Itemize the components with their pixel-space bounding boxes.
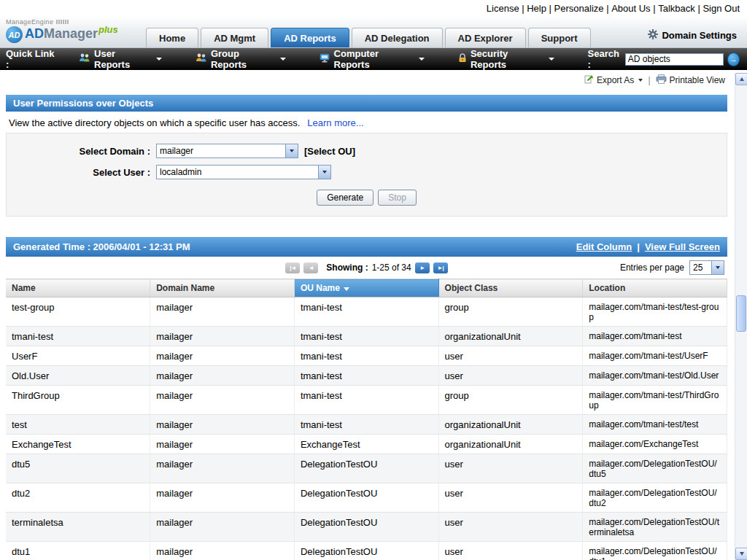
chevron-down-icon [419,58,425,61]
admanager-logo: ManageEngine AD AD Manager plus [6,18,118,43]
cell-name: dtu5 [6,454,150,483]
export-as-button[interactable]: Export As [584,74,643,86]
table-row: testmailagertmani-testorganizationalUnit… [6,415,727,435]
cell-name: dtu2 [6,483,150,513]
cell-domain: mailager [150,483,295,513]
help-link[interactable]: Help [527,3,554,14]
cell-class: user [438,542,583,560]
license-link[interactable]: License [487,3,527,14]
column-header-name[interactable]: Name [6,279,150,298]
cell-class: user [438,513,583,542]
cell-domain: mailager [150,346,295,366]
showing-range: 1-25 of 34 [372,262,411,273]
sort-desc-icon [344,287,349,291]
sign-out-link[interactable]: Sign Out [703,3,740,14]
search-label: Search : [588,48,622,70]
report-description: View the active directory objects on whi… [9,117,300,128]
printable-view-button[interactable]: Printable View [656,74,726,86]
cell-ou: tmani-test [294,386,438,415]
personalize-link[interactable]: Personalize [554,3,612,14]
printable-view-label: Printable View [670,75,726,85]
learn-more-link[interactable]: Learn more... [307,117,363,128]
computer-reports-icon [320,53,330,65]
generate-button[interactable]: Generate [317,190,374,206]
tab-support[interactable]: Support [528,28,591,47]
report-title-bar: User Permissions over Objects [6,95,727,112]
cell-domain: mailager [150,454,295,483]
table-row: dtu2mailagerDelegationTestOUusermailager… [6,483,727,513]
cell-location: mailager.com/tmani-test/Old.User [583,366,727,386]
domain-settings-button[interactable]: Domain Settings [648,29,737,42]
group-reports-menu[interactable]: Group Reports [196,48,286,70]
search-input[interactable] [625,53,724,66]
cell-domain: mailager [150,513,295,542]
select-domain-label: Select Domain : [7,146,156,157]
cell-ou: DelegationTestOU [294,542,438,560]
report-description-row: View the active directory objects on whi… [6,112,727,133]
cell-ou: tmani-test [294,415,438,435]
user-reports-menu[interactable]: User Reports [79,48,162,70]
security-reports-menu[interactable]: Security Reports [458,48,554,70]
cell-domain: mailager [150,435,295,454]
about-us-link[interactable]: About Us [611,3,658,14]
column-header-domain-name[interactable]: Domain Name [150,279,295,298]
dropdown-arrow-icon [711,261,724,274]
tab-ad-mgmt[interactable]: AD Mgmt [201,28,268,47]
cell-location: mailager.com/tmani-test [583,327,727,346]
table-row: Old.Usermailagertmani-testusermailager.c… [6,366,727,386]
cell-ou: DelegationTestOU [294,483,438,513]
chevron-down-icon [156,58,162,61]
cell-domain: mailager [150,542,295,560]
cell-name: terminaletsa [6,513,150,542]
entries-per-page-label: Entries per page [620,262,684,273]
column-header-location[interactable]: Location [583,279,727,298]
scroll-down-icon[interactable] [735,548,747,560]
next-page-button[interactable]: ► [415,262,430,273]
dropdown-arrow-icon [285,144,298,158]
cell-class: user [438,454,583,483]
last-page-button[interactable]: ►| [433,262,448,273]
search-go-icon[interactable]: → [727,52,740,66]
computer-reports-menu[interactable]: Computer Reports [320,48,425,70]
entries-per-page-select[interactable]: 25 [689,260,724,275]
vertical-scrollbar[interactable] [735,73,747,560]
column-header-object-class[interactable]: Object Class [438,279,583,298]
select-ou-link[interactable]: [Select OU] [304,146,355,157]
cell-name: test [6,415,150,435]
chevron-down-icon [638,79,643,82]
tab-ad-explorer[interactable]: AD Explorer [445,28,526,47]
domain-select[interactable]: mailager [156,144,298,158]
security-reports-icon [458,53,467,65]
showing-label: Showing : [326,262,368,273]
edit-column-link[interactable]: Edit Column [576,241,632,252]
tab-ad-delegation[interactable]: AD Delegation [352,28,443,47]
talkback-link[interactable]: Talkback [658,3,703,14]
quick-link-label: Quick Link : [6,48,58,70]
table-row: UserFmailagertmani-testusermailager.com/… [6,346,727,366]
search-area: Search : → [588,48,740,70]
cell-location: mailager.com/DelegationTestOU/dtu1 [583,542,727,560]
table-row: dtu5mailagerDelegationTestOUusermailager… [6,454,727,483]
tab-home[interactable]: Home [146,28,198,47]
table-row: test-groupmailagertmani-testgroupmailage… [6,298,727,327]
cell-ou: ExchangeTest [294,435,438,454]
table-row: ThirdGroupmailagertmani-testgroupmailage… [6,386,727,415]
scrollbar-thumb[interactable] [736,295,746,332]
table-row: tmani-testmailagertmani-testorganization… [6,327,727,346]
tab-ad-reports[interactable]: AD Reports [271,28,349,47]
table-header-row: Name Domain Name OU Name Object Class Lo… [6,279,727,298]
user-reports-label: User Reports [94,48,151,70]
cell-class: user [438,483,583,513]
cell-class: group [438,298,583,327]
user-select[interactable]: localadmin [156,165,331,179]
column-header-ou-name[interactable]: OU Name [294,279,438,298]
view-full-screen-link[interactable]: View Full Screen [645,241,720,252]
cell-location: mailager.com/ExchangeTest [583,435,727,454]
scroll-up-icon[interactable] [735,73,747,85]
cell-ou: tmani-test [294,346,438,366]
select-domain-row: Select Domain : mailager [Select OU] [7,144,727,158]
table-row: terminaletsamailagerDelegationTestOUuser… [6,513,727,542]
cell-ou: DelegationTestOU [294,513,438,542]
logo-plus-suffix: plus [98,24,118,35]
brand-ticks-decoration [56,20,69,24]
